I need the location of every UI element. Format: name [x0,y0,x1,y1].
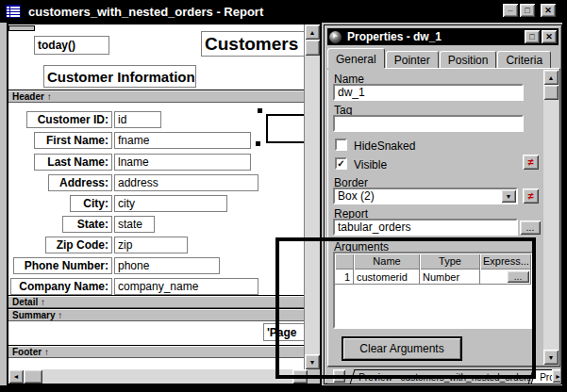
expression-browse-button[interactable]: ... [507,270,529,283]
tab-preview[interactable]: Preview - customers_with_nested_orders [349,369,533,384]
report-icon [6,5,21,18]
properties-close-button[interactable]: ✕ [542,30,557,43]
detail-band-bar[interactable]: Detail ↑ [8,295,304,308]
field-label-last-name[interactable]: Last Name: [34,154,112,171]
argument-rownum: 1 [335,270,354,285]
name-field[interactable] [333,84,524,101]
selection-handle[interactable] [256,141,260,146]
tab-criteria[interactable]: Criteria [497,51,551,68]
nested-report-object-dw1[interactable] [266,114,304,143]
field-value-company-name[interactable]: company_name [114,278,258,295]
clear-arguments-button[interactable]: Clear Arguments [342,336,462,361]
section-title-object[interactable]: Customer Information [43,65,196,88]
summary-band-bar[interactable]: Summary ↑ [8,308,304,321]
footer-band-bar[interactable]: Footer ↑ [8,345,304,358]
app-titlebar[interactable]: customers_with_nested_orders - Report _ … [0,0,562,23]
tab-pointer[interactable]: Pointer [386,51,439,68]
maximize-button[interactable]: □ [520,4,535,17]
tab-general[interactable]: General [327,48,385,68]
minimize-button[interactable]: _ [503,4,518,17]
view-tab-bar: ◄ Preview - customers_with_nested_orders… [327,367,560,384]
field-label-state[interactable]: State: [62,216,112,233]
field-value-fname[interactable]: fname [114,132,251,149]
tab-scroll-left-icon[interactable]: ◄ [333,369,345,383]
report-title-object[interactable]: Customers [201,31,304,57]
vertical-scroll-thumb[interactable] [305,40,320,56]
field-value-zip[interactable]: zip [114,237,188,253]
properties-scroll-thumb[interactable] [543,85,559,100]
column-header-type: Type [420,253,480,270]
field-value-state[interactable]: state [114,216,155,233]
border-dropdown[interactable]: Box (2) ▼ [333,188,518,204]
check-icon: ✓ [337,158,344,169]
app-client-area: customers_with_nested_orders - Report _ … [0,0,562,385]
field-label-phone-number[interactable]: Phone Number: [13,257,112,274]
scroll-up-icon[interactable]: ▲ [305,24,320,40]
scroll-left-icon[interactable]: ◄ [8,369,24,384]
report-field[interactable] [333,219,518,236]
scroll-down-icon[interactable]: ▼ [543,350,559,365]
column-header-name: Name [354,253,420,270]
properties-window: Properties - dw_1 □ ✕ General Pointer Po… [324,24,562,384]
expression-icon: ≠ [527,156,533,168]
close-button[interactable]: ✕ [541,4,556,17]
border-expression-button[interactable]: ≠ [523,188,539,204]
app-title: customers_with_nested_orders - Report [28,5,263,19]
field-value-lname[interactable]: lname [114,154,251,171]
argument-row: 1 customerid Number ... [335,270,531,285]
field-label-first-name[interactable]: First Name: [34,132,112,149]
hidesnaked-label: HideSnaked [354,139,415,153]
splitter-grip[interactable] [8,25,35,31]
tab-scroll-right-icon[interactable]: ► [552,369,560,383]
report-browse-button[interactable]: ... [520,220,541,235]
visible-label: Visible [354,158,387,172]
field-value-id[interactable]: id [114,111,161,128]
report-designer-window: today() Customers Customer Information H… [7,23,322,385]
field-label-address[interactable]: Address: [48,174,112,191]
properties-maximize-button[interactable]: □ [525,30,540,43]
date-expression-object[interactable]: today() [34,36,109,55]
column-header-expression: Express... [480,253,531,270]
design-surface[interactable]: today() Customers Customer Information H… [8,24,304,369]
field-label-zip-code[interactable]: Zip Code: [45,237,112,253]
general-tab-panel: Name Tag HideSnaked ✓ Visible ≠ Border B… [327,68,560,367]
expression-icon: ≠ [527,190,533,202]
border-value: Box (2) [338,189,375,203]
report-vertical-scrollbar[interactable]: ▲ ▼ [304,24,320,369]
scroll-down-icon[interactable]: ▼ [305,354,320,369]
scroll-right-icon[interactable]: ► [292,369,308,384]
field-label-customer-id[interactable]: Customer ID: [26,111,112,128]
application-window: customers_with_nested_orders - Report _ … [0,0,567,392]
field-value-phone[interactable]: phone [114,257,220,274]
argument-type-cell[interactable]: Number [420,270,480,285]
tag-field[interactable] [333,115,524,132]
scroll-up-icon[interactable]: ▲ [543,70,559,85]
field-value-address[interactable]: address [114,174,258,191]
header-band-bar[interactable]: Header ↑ [8,90,304,103]
field-label-city[interactable]: City: [70,195,112,212]
column-header-rownum [335,253,354,270]
field-label-company-name[interactable]: Company Name: [10,278,112,295]
report-horizontal-scrollbar[interactable]: ◄ ► [8,369,308,384]
visible-expression-button[interactable]: ≠ [523,155,539,170]
field-value-city[interactable]: city [114,195,227,212]
argument-name-cell[interactable]: customerid [354,270,420,285]
argument-expression-cell[interactable]: ... [480,270,531,285]
horizontal-scroll-thumb[interactable] [24,369,42,384]
page-expression-object[interactable]: 'Page [263,323,304,341]
dropdown-arrow-icon[interactable]: ▼ [501,189,516,203]
arguments-header-row: Name Type Express... [335,253,531,270]
hidesnaked-checkbox[interactable] [335,139,347,151]
properties-title: Properties - dw_1 [347,30,442,43]
arguments-table: Name Type Express... 1 customerid Number… [333,252,533,329]
selection-handle[interactable] [258,108,262,113]
visible-checkbox[interactable]: ✓ [335,157,347,170]
tab-position[interactable]: Position [440,51,497,68]
properties-icon [329,31,342,43]
properties-titlebar[interactable]: Properties - dw_1 □ ✕ [327,28,559,45]
properties-scrollbar[interactable]: ▲ ▼ [543,70,559,365]
properties-tabs: General Pointer Position Criteria [327,48,552,68]
